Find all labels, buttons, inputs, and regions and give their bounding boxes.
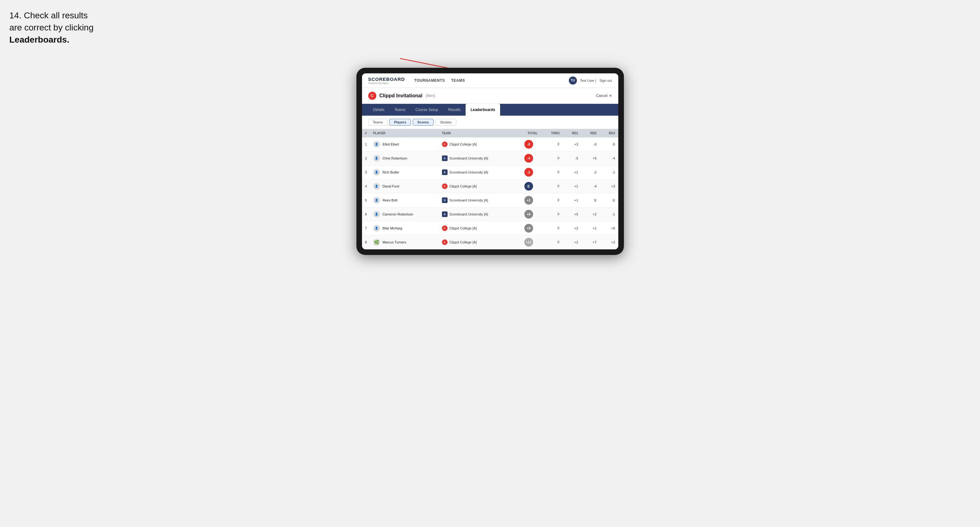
tab-details[interactable]: Details — [368, 104, 390, 116]
tab-results[interactable]: Results — [443, 104, 466, 116]
player-cell: 👤 Chris Robertson — [370, 151, 439, 165]
close-icon: ✕ — [609, 94, 612, 98]
player-cell: 👤 Cameron Robertson — [370, 207, 439, 221]
rd1-cell: +1 — [563, 165, 581, 179]
avatar: 👤 — [373, 225, 380, 232]
total-cell: -4 — [517, 151, 541, 165]
nav-links: TOURNAMENTS TEAMS — [414, 77, 465, 84]
filter-scores-button[interactable]: Scores — [413, 119, 434, 125]
thru-cell: F — [541, 235, 563, 249]
nav-tournaments[interactable]: TOURNAMENTS — [414, 77, 445, 84]
cancel-button[interactable]: Cancel ✕ — [596, 94, 612, 98]
avatar: 👤 — [373, 197, 380, 204]
team-logo-icon: C — [442, 225, 447, 231]
total-badge: +6 — [524, 210, 533, 219]
rd2-cell: -2 — [581, 165, 600, 179]
rd1-cell: -5 — [563, 151, 581, 165]
rd1-cell: +1 — [563, 179, 581, 193]
navbar-left: SCOREBOARD Powered by clippd TOURNAMENTS… — [368, 76, 465, 84]
tabs-bar: Details Teams Course Setup Results Leade… — [362, 104, 618, 116]
rd2-cell: +5 — [581, 151, 600, 165]
rd3-cell: +2 — [600, 235, 618, 249]
rank-cell: 5 — [362, 193, 370, 207]
rd3-cell: -1 — [600, 165, 618, 179]
col-rank: # — [362, 129, 370, 137]
rd2-cell: +1 — [581, 221, 600, 235]
player-cell: 👤 David Ford — [370, 179, 439, 193]
thru-cell: F — [541, 165, 563, 179]
rd1-cell: +2 — [563, 221, 581, 235]
thru-cell: F — [541, 179, 563, 193]
avatar: 👤 — [373, 169, 380, 176]
total-badge: -4 — [524, 154, 533, 163]
rd3-cell: -4 — [600, 151, 618, 165]
col-rd3: RD3 — [600, 129, 618, 137]
filter-strokes-button[interactable]: Strokes — [436, 119, 456, 125]
instruction-block: 14. Check all results are correct by cli… — [10, 10, 124, 46]
team-logo-icon: S — [442, 211, 447, 217]
rank-cell: 3 — [362, 165, 370, 179]
team-logo-icon: C — [442, 183, 447, 189]
team-name: Clippd College [A] — [449, 184, 477, 188]
avatar-icon: 👤 — [375, 199, 378, 202]
table-row: 3 👤 Rich Butler S Scoreboard University … — [362, 165, 618, 179]
table-row: 5 👤 Rees Britt S Scoreboard University [… — [362, 193, 618, 207]
total-badge: E — [524, 182, 533, 190]
player-name: Marcus Turners — [383, 240, 406, 244]
rd2-cell: +7 — [581, 235, 600, 249]
thru-cell: F — [541, 137, 563, 151]
tab-teams[interactable]: Teams — [390, 104, 410, 116]
cancel-label: Cancel — [596, 94, 608, 98]
avatar-icon: 👤 — [375, 171, 378, 174]
avatar: 👤 — [373, 141, 380, 148]
rd1-cell: +2 — [563, 235, 581, 249]
instruction-line2: are correct by clicking — [10, 23, 94, 32]
rd2-cell: -4 — [581, 179, 600, 193]
navbar-right: TU Test User | Sign out — [569, 76, 612, 84]
rd2-cell: +2 — [581, 207, 600, 221]
total-cell: +11 — [517, 235, 541, 249]
rd2-cell: -6 — [581, 137, 600, 151]
rd3-cell: +3 — [600, 179, 618, 193]
logo-title: SCOREBOARD — [368, 76, 405, 82]
rank-cell: 6 — [362, 207, 370, 221]
rank-cell: 7 — [362, 221, 370, 235]
team-logo-icon: C — [442, 141, 447, 147]
team-name: Clippd College [A] — [449, 226, 477, 230]
total-badge: -2 — [524, 168, 533, 176]
tournament-header: C Clippd Invitational (Men) Cancel ✕ — [362, 88, 618, 104]
team-name: Scoreboard University [A] — [449, 198, 488, 202]
total-badge: +11 — [524, 238, 533, 246]
player-cell: 👤 Blair McHarg — [370, 221, 439, 235]
total-badge: -8 — [524, 140, 533, 149]
sign-out-link[interactable]: Sign out — [599, 79, 612, 83]
tournament-icon: C — [368, 92, 376, 100]
rd3-cell: -1 — [600, 207, 618, 221]
avatar: 🌿 — [373, 239, 380, 246]
team-logo-icon: C — [442, 240, 447, 245]
nav-teams[interactable]: TEAMS — [451, 77, 465, 84]
avatar: 👤 — [373, 211, 380, 217]
logo: SCOREBOARD Powered by clippd — [368, 76, 405, 84]
team-logo-icon: S — [442, 156, 447, 161]
player-name: Chris Robertson — [383, 156, 407, 160]
tab-leaderboards[interactable]: Leaderboards — [466, 104, 500, 116]
team-logo-icon: S — [442, 170, 447, 175]
table-row: 2 👤 Chris Robertson S Scoreboard Univers… — [362, 151, 618, 165]
player-name: David Ford — [383, 184, 399, 188]
rd1-cell: +1 — [563, 193, 581, 207]
avatar-icon: 👤 — [375, 227, 378, 230]
total-cell: -2 — [517, 165, 541, 179]
rank-cell: 4 — [362, 179, 370, 193]
total-cell: +6 — [517, 207, 541, 221]
filter-teams-button[interactable]: Teams — [368, 119, 388, 125]
col-team: TEAM — [439, 129, 517, 137]
rd3-cell: +6 — [600, 221, 618, 235]
rd2-cell: E — [581, 193, 600, 207]
filter-players-button[interactable]: Players — [390, 119, 411, 125]
table-row: 4 👤 David Ford C Clippd College [A] E F … — [362, 179, 618, 193]
tab-course-setup[interactable]: Course Setup — [410, 104, 443, 116]
total-cell: +9 — [517, 221, 541, 235]
table-row: 1 👤 Elliot Ebert C Clippd College [A] -8… — [362, 137, 618, 151]
team-cell: C Clippd College [A] — [439, 235, 517, 249]
